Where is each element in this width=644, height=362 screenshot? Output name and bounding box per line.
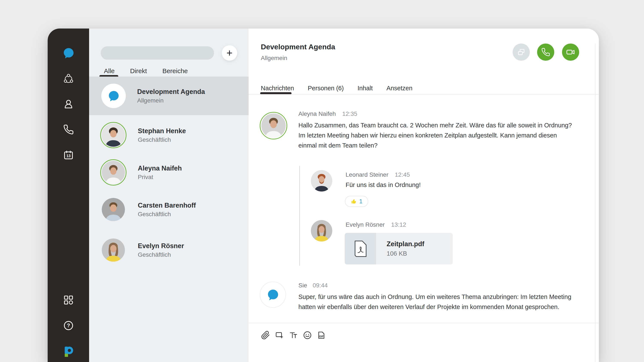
avatar <box>100 196 126 223</box>
avatar <box>101 84 126 108</box>
add-chat-button[interactable]: + <box>222 45 237 61</box>
attachment-card[interactable]: Zeitplan.pdf 106 KB <box>345 233 453 264</box>
sidebar-item-profile[interactable] <box>63 99 74 109</box>
sidebar-item-help[interactable]: ? <box>63 320 74 331</box>
scrollbar-track[interactable] <box>595 43 596 362</box>
conversation-subtitle: Geschäftlich <box>138 211 196 218</box>
emoji-icon <box>303 331 312 340</box>
video-camera-icon <box>566 47 575 57</box>
message-author: Sie <box>298 282 307 289</box>
conversation-tabs: Nachrichten Personen (6) Inhalt Ansetzen <box>261 85 412 92</box>
avatar-photo <box>311 220 332 242</box>
message-avatar <box>309 219 334 243</box>
nav-rail: 13 ? <box>48 28 89 362</box>
avatar-photo <box>261 113 286 138</box>
reaction-count: 1 <box>359 198 362 205</box>
tab-ansetzen[interactable]: Ansetzen <box>386 85 412 92</box>
message-text: Super, für uns wäre das auch in Ordnung.… <box>298 292 599 312</box>
message-author: Evelyn Rösner <box>346 221 385 228</box>
conversation-item-carsten-barenhoff[interactable]: Carsten Barenhoff Geschäftlich <box>89 195 248 224</box>
gif-button[interactable]: GIF <box>317 331 326 340</box>
text-format-icon <box>289 331 298 340</box>
message-meta: Evelyn Rösner 13:12 <box>346 221 406 228</box>
attachment-info: Zeitplan.pdf 106 KB <box>376 233 424 264</box>
help-icon: ? <box>63 320 74 331</box>
attach-file-button[interactable] <box>261 331 270 340</box>
screenshot-button[interactable] <box>275 331 284 340</box>
page-subtitle: Allgemein <box>261 55 287 61</box>
video-call-button[interactable] <box>562 43 579 61</box>
help-glyph: ? <box>67 323 70 328</box>
chat-list-panel: + Alle Direkt Bereiche Development Agend… <box>89 28 248 362</box>
text-format-button[interactable] <box>289 331 298 340</box>
plus-icon: + <box>226 47 232 58</box>
conversation-panel: Development Agenda Allgemein <box>248 28 599 362</box>
avatar-photo <box>102 239 125 262</box>
screen-share-button[interactable] <box>512 43 530 61</box>
message-avatar <box>260 112 287 139</box>
brand-logo <box>62 345 75 357</box>
message-time: 13:12 <box>391 221 406 228</box>
conversation-title: Development Agenda <box>137 88 205 96</box>
composer-toolbar: GIF <box>261 331 326 340</box>
conversation-subtitle: Privat <box>138 174 182 181</box>
message-author: Leonard Steiner <box>346 171 388 178</box>
conversation-title: Carsten Barenhoff <box>138 202 196 209</box>
reaction-pill[interactable]: 1 <box>345 196 368 207</box>
tab-direkt[interactable]: Direkt <box>130 67 147 75</box>
message-time: 12:35 <box>342 110 357 117</box>
team-icon <box>63 73 74 84</box>
conversation-subtitle: Allgemein <box>137 97 205 104</box>
conversation-item-stephan-henke[interactable]: Stephan Henke Geschäftlich <box>89 121 248 149</box>
attachment-filename: Zeitplan.pdf <box>386 240 424 248</box>
message-text: Hallo Zusammen, das Team braucht ca. 2 W… <box>298 120 599 151</box>
app-window: 13 ? <box>48 28 599 362</box>
pdf-file-icon <box>354 240 367 257</box>
message-time: 09:44 <box>312 282 328 289</box>
search-input[interactable] <box>101 46 214 60</box>
sidebar-item-apps[interactable] <box>63 295 74 305</box>
avatar-photo <box>102 123 125 147</box>
tab-inhalt[interactable]: Inhalt <box>358 85 373 92</box>
emoji-button[interactable] <box>303 331 312 340</box>
conversation-title: Aleyna Naifeh <box>138 164 182 172</box>
message-text: Für uns ist das in Ordnung! <box>346 180 599 190</box>
tab-personen[interactable]: Personen (6) <box>308 85 344 92</box>
chat-bubble-icon <box>266 289 279 301</box>
tab-nachrichten[interactable]: Nachrichten <box>261 85 294 92</box>
conversation-subtitle: Geschäftlich <box>138 251 184 258</box>
placetel-logo-icon <box>62 345 75 357</box>
tab-alle[interactable]: Alle <box>104 67 115 75</box>
desktop-background: 13 ? <box>0 0 644 362</box>
avatar-online <box>100 159 126 186</box>
conversation-item-aleyna-naifeh[interactable]: Aleyna Naifeh Privat <box>89 158 248 187</box>
thumbs-up-icon <box>350 198 357 205</box>
message-avatar <box>260 282 286 308</box>
tab-bereiche[interactable]: Bereiche <box>162 67 188 75</box>
phone-icon <box>541 48 550 57</box>
person-icon <box>63 99 74 109</box>
message-time: 12:45 <box>395 171 410 178</box>
attachment-filesize: 106 KB <box>386 250 424 257</box>
calendar-day-label: 13 <box>66 154 71 158</box>
sidebar-item-calendar[interactable]: 13 <box>63 150 74 161</box>
gif-label: GIF <box>319 335 324 338</box>
conversation-item-evelyn-roesner[interactable]: Evelyn Rösner Geschäftlich <box>89 236 248 264</box>
sidebar-item-contacts[interactable] <box>63 73 74 84</box>
composer-divider <box>248 323 599 323</box>
call-button[interactable] <box>537 43 554 61</box>
overlap-squares-icon <box>517 48 526 57</box>
conversation-item-development-agenda[interactable]: Development Agenda Allgemein <box>89 76 248 115</box>
avatar-photo <box>311 170 332 192</box>
sidebar-item-calls[interactable] <box>63 124 74 135</box>
screenshot-icon <box>275 331 284 340</box>
avatar <box>100 237 126 263</box>
paperclip-icon <box>261 331 270 340</box>
avatar-photo <box>102 198 125 221</box>
sidebar-item-chat[interactable] <box>62 47 74 59</box>
apps-grid-icon <box>63 295 74 305</box>
message-avatar <box>309 169 334 193</box>
gif-icon: GIF <box>317 331 326 340</box>
chat-list-tabs: Alle Direkt Bereiche <box>104 67 188 75</box>
conversation-subtitle: Geschäftlich <box>138 136 186 143</box>
